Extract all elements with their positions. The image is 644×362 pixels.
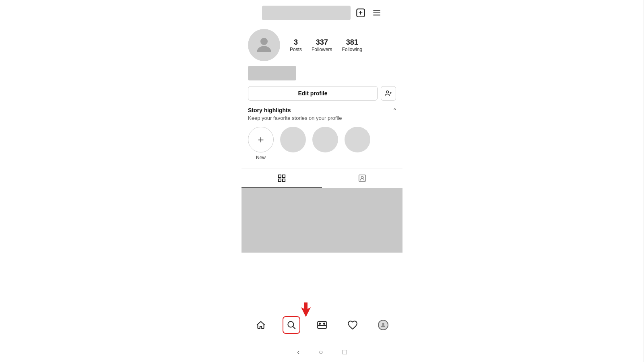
highlight-circle-2 <box>312 127 338 152</box>
home-system-button[interactable]: ○ <box>319 348 323 356</box>
profile-section: 3 Posts 337 Followers 381 Following Edit… <box>242 26 402 107</box>
svg-point-23 <box>382 323 384 325</box>
activity-nav-button[interactable] <box>344 316 361 334</box>
search-nav-button[interactable] <box>283 316 300 334</box>
followers-stat[interactable]: 337 Followers <box>312 38 332 52</box>
add-friend-button[interactable] <box>381 86 396 101</box>
svg-point-7 <box>386 91 389 93</box>
menu-button[interactable] <box>372 8 382 18</box>
svg-rect-10 <box>279 175 281 177</box>
red-arrow-indicator <box>299 302 313 319</box>
posts-stat[interactable]: 3 Posts <box>290 38 302 52</box>
avatar <box>248 29 280 61</box>
svg-point-15 <box>361 176 363 179</box>
home-nav-button[interactable] <box>252 316 270 334</box>
posts-count: 3 <box>294 38 298 47</box>
svg-rect-14 <box>359 175 366 182</box>
followers-count: 337 <box>316 38 328 47</box>
svg-point-20 <box>319 323 320 324</box>
bottom-nav <box>242 312 402 338</box>
svg-point-21 <box>324 323 325 324</box>
followers-label: Followers <box>312 47 332 52</box>
following-label: Following <box>342 47 362 52</box>
system-nav: ‹ ○ □ <box>282 348 362 356</box>
add-post-button[interactable] <box>355 8 366 18</box>
svg-point-6 <box>260 38 268 45</box>
highlights-title: Story highlights <box>248 107 291 113</box>
svg-line-18 <box>293 327 295 329</box>
reels-nav-button[interactable] <box>313 316 331 334</box>
posts-grid <box>242 188 402 253</box>
story-highlights: Story highlights ^ Keep your favorite st… <box>242 107 402 160</box>
content-tabs <box>242 169 402 188</box>
back-button[interactable]: ‹ <box>297 348 299 356</box>
posts-label: Posts <box>290 47 302 52</box>
new-highlight-button[interactable]: + New <box>248 127 274 160</box>
profile-nav-button[interactable] <box>374 316 392 334</box>
name-placeholder <box>248 66 296 80</box>
stats-row: 3 Posts 337 Followers 381 Following <box>290 38 362 52</box>
highlights-header: Story highlights ^ <box>248 107 396 113</box>
highlights-subtitle: Keep your favorite stories on your profi… <box>248 115 396 121</box>
chevron-up-icon[interactable]: ^ <box>393 107 396 113</box>
tab-tagged[interactable] <box>322 169 402 188</box>
recents-button[interactable]: □ <box>343 348 347 356</box>
top-bar <box>242 0 402 26</box>
svg-rect-19 <box>318 321 326 328</box>
highlight-circle-3 <box>345 127 370 152</box>
highlights-circles: + New <box>248 127 396 160</box>
action-buttons: Edit profile <box>248 86 396 101</box>
edit-profile-button[interactable]: Edit profile <box>248 86 378 101</box>
following-count: 381 <box>346 38 358 47</box>
highlight-circle-1 <box>280 127 306 152</box>
profile-header: 3 Posts 337 Followers 381 Following <box>248 29 396 61</box>
svg-point-17 <box>288 321 293 327</box>
svg-rect-12 <box>279 179 281 181</box>
following-stat[interactable]: 381 Following <box>342 38 362 52</box>
username-placeholder <box>262 6 351 20</box>
tab-grid[interactable] <box>242 169 322 188</box>
new-highlight-circle[interactable]: + <box>248 127 274 152</box>
svg-rect-11 <box>283 175 285 177</box>
top-bar-icons <box>355 8 382 18</box>
svg-rect-13 <box>283 179 285 181</box>
svg-marker-16 <box>301 302 311 317</box>
new-highlight-label: New <box>256 155 266 160</box>
